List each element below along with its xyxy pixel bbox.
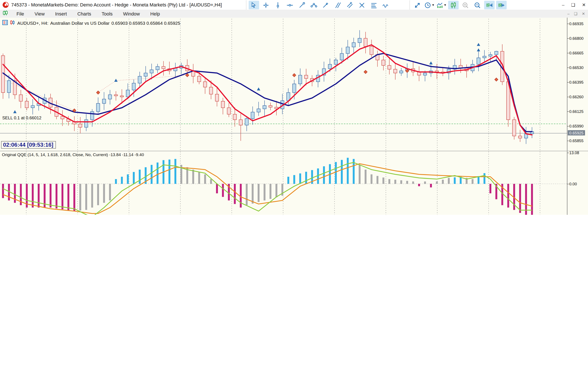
object-list-icon[interactable] bbox=[2, 20, 8, 26]
menu-item-file[interactable]: File bbox=[11, 11, 29, 16]
price-tick-label: 0.66125 bbox=[569, 109, 584, 114]
chart-clock: 02:06:44 [09:53:16] bbox=[1, 141, 56, 149]
restore-button[interactable]: ❏ bbox=[571, 2, 575, 7]
horizontal-line-tool-button[interactable] bbox=[284, 1, 295, 9]
indicator-tick-label: 0.00 bbox=[569, 182, 577, 186]
price-axis[interactable]: 0.669350.668000.666650.665300.663950.662… bbox=[567, 18, 588, 215]
trendline-tool-button[interactable] bbox=[297, 1, 307, 9]
vertical-line-tool-button[interactable] bbox=[273, 1, 283, 9]
auto-scroll-button[interactable] bbox=[496, 1, 507, 9]
chart-region[interactable]: AUDUSD+, H4: Australian Dollar vs US Dol… bbox=[0, 18, 588, 215]
title-bar: 745373 - MonetaMarkets-Demo: Demo Accoun… bbox=[0, 0, 588, 10]
price-tick-label: 0.66800 bbox=[569, 36, 584, 41]
equidistant-channel-tool-button[interactable] bbox=[309, 1, 319, 9]
menu-item-charts[interactable]: Charts bbox=[72, 11, 96, 16]
maximize-chart-button[interactable] bbox=[412, 1, 423, 9]
chart-restore-button[interactable]: ❏ bbox=[574, 12, 578, 16]
price-tick-label: 0.65990 bbox=[569, 124, 584, 128]
indicator-label: Original QQE (14, 5, 14, 1.618, 2.618, C… bbox=[2, 152, 144, 157]
trend-by-angle-tool-button[interactable] bbox=[321, 1, 331, 9]
elliott-wave-tool-button[interactable] bbox=[381, 1, 391, 9]
shift-end-button[interactable] bbox=[484, 1, 495, 9]
chart-close-button[interactable]: ✕ bbox=[582, 12, 585, 16]
candlestick-view-button[interactable] bbox=[448, 1, 459, 9]
chart-legend: AUDUSD+, H4: Australian Dollar vs US Dol… bbox=[2, 20, 180, 26]
timeframe-clock-button[interactable]: ▼ bbox=[424, 1, 435, 9]
mini-candles-icon[interactable] bbox=[10, 20, 15, 26]
chevron-down-icon: ▼ bbox=[432, 3, 435, 7]
chart-minimize-button[interactable]: – bbox=[567, 12, 569, 16]
chart-window-controls: –❏✕ bbox=[567, 10, 585, 18]
price-tick-label: 0.65855 bbox=[569, 139, 584, 143]
minimize-button[interactable]: – bbox=[562, 2, 565, 7]
window-controls: –❏✕ bbox=[562, 0, 586, 10]
legend-description: Australian Dollar vs US Dollar bbox=[50, 21, 110, 26]
price-tick-label: 0.66260 bbox=[569, 95, 584, 99]
app-logo-icon bbox=[2, 1, 9, 8]
mt5-application-window: 745373 - MonetaMarkets-Demo: Demo Accoun… bbox=[0, 0, 588, 215]
legend-symbol: AUDUSD+, H4: bbox=[17, 21, 48, 26]
cursor-tool-button[interactable] bbox=[249, 1, 259, 9]
fibonacci-retracement-tool-button[interactable] bbox=[368, 1, 379, 9]
legend-ohlc-values: 0.65903 0.65953 0.65864 0.65925 bbox=[111, 21, 180, 26]
price-tick-label: 0.66935 bbox=[569, 21, 584, 26]
crosshair-tool-button[interactable] bbox=[261, 1, 271, 9]
cycle-lines-tool-button[interactable] bbox=[333, 1, 343, 9]
zoom-in-button bbox=[460, 1, 471, 9]
chevron-down-icon: ▼ bbox=[444, 3, 447, 7]
new-chart-icon[interactable] bbox=[2, 10, 8, 17]
close-button[interactable]: ✕ bbox=[582, 2, 586, 7]
parallel-channel-tool-button[interactable] bbox=[345, 1, 355, 9]
menu-item-window[interactable]: Window bbox=[118, 11, 145, 16]
sell-order-label: SELL 0.1 at 0.66012 bbox=[2, 116, 41, 120]
indicator-list-button[interactable]: ▼ bbox=[436, 1, 447, 9]
panel-separator[interactable] bbox=[0, 151, 588, 151]
menu-bar: FileViewInsertChartsToolsWindowHelp –❏✕ bbox=[0, 10, 588, 18]
price-chart-svg[interactable] bbox=[0, 18, 567, 215]
zoom-out-button[interactable] bbox=[472, 1, 483, 9]
chart-toolbar: ▼▼ bbox=[410, 0, 507, 10]
drawing-toolbar bbox=[246, 0, 392, 10]
price-tick-label: 0.66395 bbox=[569, 80, 584, 85]
menu-item-tools[interactable]: Tools bbox=[96, 11, 118, 16]
price-tick-label: 0.66665 bbox=[569, 51, 584, 55]
current-price-badge: 0.65925 bbox=[568, 130, 585, 136]
menu-item-view[interactable]: View bbox=[29, 11, 50, 16]
menu-item-help[interactable]: Help bbox=[145, 11, 165, 16]
window-title: 745373 - MonetaMarkets-Demo: Demo Accoun… bbox=[11, 2, 222, 7]
menu-item-insert[interactable]: Insert bbox=[50, 11, 72, 16]
indicator-tick-label: 13.08 bbox=[569, 150, 579, 155]
fibonacci-fan-tool-button[interactable] bbox=[357, 1, 367, 9]
price-tick-label: 0.66530 bbox=[569, 65, 584, 70]
